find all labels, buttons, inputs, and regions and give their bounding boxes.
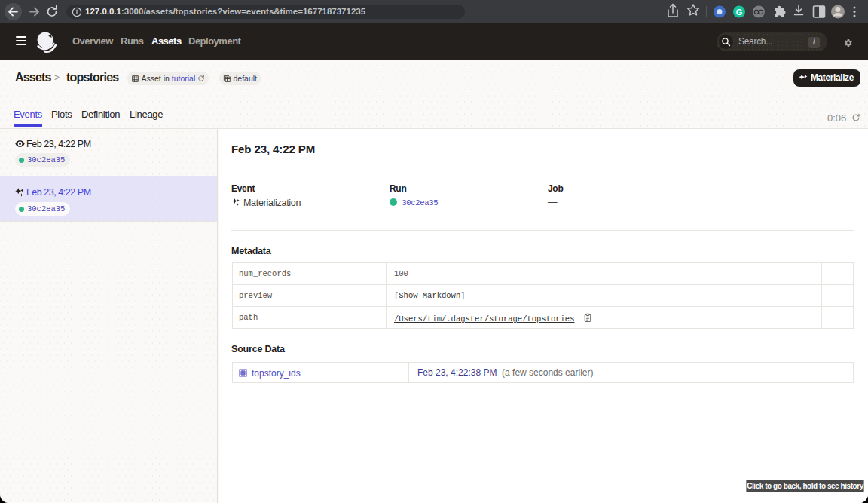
svg-text:G: G	[736, 8, 743, 17]
